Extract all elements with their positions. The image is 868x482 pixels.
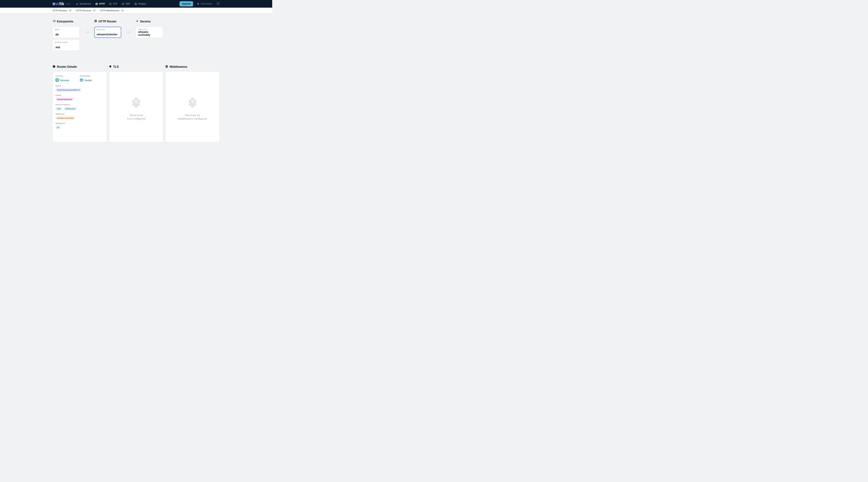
subnav: HTTP Routers 3 HTTP Services 4 HTTP Midd… xyxy=(0,8,272,13)
globe-icon xyxy=(95,3,98,5)
nav-item-label: Dashboard xyxy=(80,3,91,5)
top-navbar: træfik 3.3.6 Dashboard HTTP TCP UDP xyxy=(0,0,272,8)
nav-item-label: TCP xyxy=(113,3,117,5)
layers-empty-icon xyxy=(187,97,198,109)
tab-http-services[interactable]: HTTP Services 4 xyxy=(76,9,96,12)
svg-text:?: ? xyxy=(218,2,219,4)
field-label: STATUS xyxy=(56,75,80,77)
tab-label: HTTP Middlewares xyxy=(100,9,119,12)
theme-toggle-label: Dark theme xyxy=(201,3,212,5)
tab-count-badge: 4 xyxy=(93,9,96,12)
card-label: WEB xyxy=(55,29,77,30)
layers-icon xyxy=(165,65,168,69)
middlewares-panel: There are no Middlewares configured xyxy=(165,71,220,142)
tab-label: HTTP Services xyxy=(76,9,91,12)
proxy-icon xyxy=(109,3,112,5)
cubes-icon xyxy=(134,2,137,5)
tls-header: TLS xyxy=(109,65,163,69)
priority-badge: 24 xyxy=(56,126,60,129)
globe-icon xyxy=(94,20,97,23)
tab-count-badge: 3 xyxy=(68,9,72,12)
nav-item-dashboard[interactable]: Dashboard xyxy=(76,3,91,5)
dark-theme-toggle[interactable]: Dark theme xyxy=(197,2,212,5)
tab-count-badge: 2 xyxy=(121,9,124,12)
nav-item-udp[interactable]: UDP xyxy=(122,3,130,5)
tls-empty-text: There is no TLS configured xyxy=(127,114,145,121)
bolt-icon xyxy=(136,20,138,23)
entrypoints-header: Entrypoints xyxy=(53,20,80,23)
section-title: Entrypoints xyxy=(57,20,73,23)
service-badge: whoami-xxsheddy xyxy=(56,116,75,120)
entrypoint-badge: websecure xyxy=(64,107,76,111)
middlewares-empty-text: There are no Middlewares configured xyxy=(178,114,207,121)
login-icon xyxy=(53,20,55,23)
empty-text-line: There is no xyxy=(127,114,145,117)
card-label: SERVICE xyxy=(138,29,161,30)
field-label: PRIORITY xyxy=(56,123,104,124)
docker-icon xyxy=(80,79,83,82)
field-label: SERVICE xyxy=(56,113,104,115)
section-title: Service xyxy=(140,20,151,23)
tab-http-middlewares[interactable]: HTTP Middlewares 2 xyxy=(100,9,124,12)
field-label: RULE xyxy=(56,85,104,87)
provider-value: Docker xyxy=(85,79,92,82)
middlewares-header: Middlewares xyxy=(165,65,220,69)
proxy-icon xyxy=(122,3,124,5)
pipeline-headers: Entrypoints HTTP Router Service xyxy=(53,20,220,23)
tab-label: HTTP Routers xyxy=(53,9,67,12)
entrypoint-badge: web xyxy=(56,107,62,111)
traefik-logo[interactable]: træfik xyxy=(53,2,64,6)
entrypoint-card-web[interactable]: WEB :80 xyxy=(53,27,80,38)
layers-empty-icon xyxy=(131,97,142,109)
http-router-header: HTTP Router xyxy=(94,20,121,23)
pipeline-cards: WEB :80 WEBSECURE :443 ROUTER whoami@doc… xyxy=(53,27,220,51)
details-headers: Router Details TLS Middlewares xyxy=(53,65,220,71)
logo-part: tr xyxy=(53,2,56,6)
router-card[interactable]: ROUTER whoami@docker xyxy=(94,27,121,38)
main-content: Entrypoints HTTP Router Service WEB xyxy=(0,13,272,150)
nav-item-http[interactable]: HTTP xyxy=(95,3,105,5)
section-title: Router Details xyxy=(57,65,77,68)
priority-field: PRIORITY 24 xyxy=(56,123,104,129)
info-icon xyxy=(53,65,55,69)
router-details-panel: STATUS Success PROVIDER xyxy=(53,71,107,142)
service-field: SERVICE whoami-xxsheddy xyxy=(56,113,104,120)
shield-icon xyxy=(109,65,112,69)
nav-item-plugins[interactable]: Plugins xyxy=(134,2,146,5)
service-header: Service xyxy=(136,20,163,23)
version-label: 3.3.6 xyxy=(66,3,71,5)
entrypoint-card-websecure[interactable]: WEBSECURE :443 xyxy=(53,39,80,51)
card-label: ROUTER xyxy=(97,29,119,31)
empty-text-line: Middlewares configured xyxy=(178,117,207,121)
help-button[interactable]: ? xyxy=(217,2,220,6)
home-icon xyxy=(76,3,79,5)
upgrade-button[interactable]: Upgrade xyxy=(180,1,193,6)
status-value: Success xyxy=(60,79,69,82)
card-value: whoami@docker xyxy=(97,33,119,36)
empty-text-line: There are no xyxy=(178,114,207,117)
provider-field: PROVIDER Docker xyxy=(80,75,104,82)
rule-badge: Host(`whoami.localhost`) xyxy=(56,88,81,92)
empty-text-line: TLS configured xyxy=(127,117,145,121)
tab-http-routers[interactable]: HTTP Routers 3 xyxy=(53,9,72,12)
nav-item-label: Plugins xyxy=(138,3,146,5)
logo-part: æ xyxy=(56,2,59,6)
card-value: :443 xyxy=(55,46,77,49)
section-title: TLS xyxy=(113,65,119,68)
droplet-icon xyxy=(197,2,199,5)
arrow-right-icon xyxy=(121,27,136,38)
tls-panel: There is no TLS configured xyxy=(109,71,163,142)
name-field: NAME whoami@docker xyxy=(56,94,104,101)
arrow-right-icon xyxy=(80,27,94,38)
nav-item-label: HTTP xyxy=(99,3,105,5)
section-title: Middlewares xyxy=(169,65,187,68)
nav-item-label: UDP xyxy=(125,3,130,5)
nav-item-tcp[interactable]: TCP xyxy=(109,3,117,5)
service-card[interactable]: SERVICE whoami-xxsheddy xyxy=(136,27,163,38)
card-value: whoami-xxsheddy xyxy=(138,30,161,36)
help-icon: ? xyxy=(217,2,220,6)
router-details-header: Router Details xyxy=(53,65,107,69)
field-label: NAME xyxy=(56,94,104,96)
name-badge: whoami@docker xyxy=(56,98,73,101)
check-icon xyxy=(56,79,59,82)
